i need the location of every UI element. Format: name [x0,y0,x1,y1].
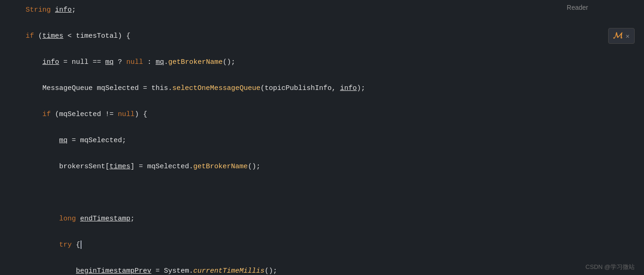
code-line-10: try { [0,239,644,252]
code-line-2: if (times < timesTotal) { [0,30,644,43]
code-line-5: if (mqSelected != null) { [0,108,644,121]
code-line-8 [0,186,644,199]
code-line-9: long endTimestamp; [0,213,644,226]
reader-badge-icon: 𝓜 [613,31,622,41]
code-line-3: info = null == mq ? null : mq.getBrokerN… [0,56,644,69]
code-pre: String info; if (times < timesTotal) { i… [0,4,644,275]
watermark: CSDN @学习微站 [585,263,635,271]
code-line-4: MessageQueue mqSelected = this.selectOne… [0,82,644,95]
reader-badge: 𝓜 ✕ [608,28,635,44]
code-line-7: brokersSent[times] = mqSelected.getBroke… [0,160,644,173]
code-editor: Reader 𝓜 ✕ String info; if (times < time… [0,0,644,275]
code-line-1: String info; [0,4,644,17]
reader-badge-close-icon[interactable]: ✕ [626,32,630,40]
code-line-6: mq = mqSelected; [0,134,644,147]
code-line-11: beginTimestampPrev = System.currentTimeM… [0,265,644,275]
code-block: String info; if (times < timesTotal) { i… [0,0,644,275]
